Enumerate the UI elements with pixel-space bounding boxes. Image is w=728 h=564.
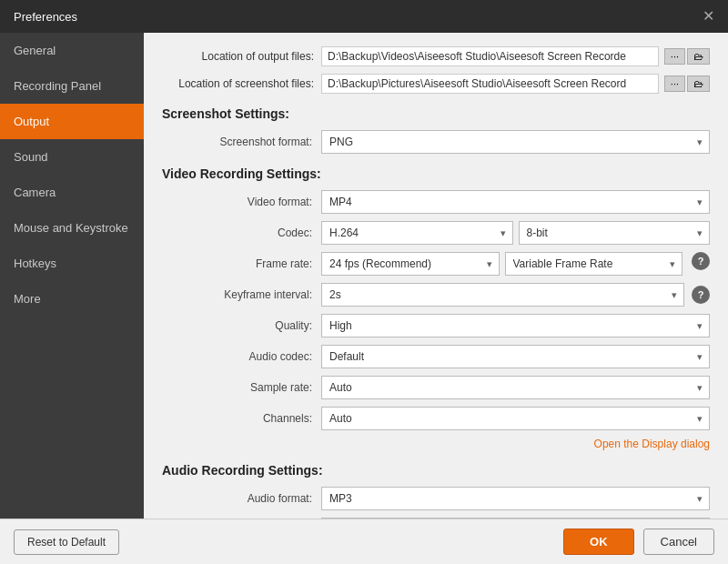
audio-codec-row: Audio codec: Default AAC bbox=[162, 345, 710, 368]
screenshot-format-select[interactable]: PNG JPG BMP bbox=[321, 130, 710, 154]
sidebar-item-more[interactable]: More bbox=[0, 281, 144, 317]
audio-codec2-row: Codec: Default bbox=[162, 518, 710, 519]
frame-rate-help-button[interactable]: ? bbox=[692, 252, 710, 270]
audio-codec2-select[interactable]: Default bbox=[321, 518, 710, 519]
channels-select-wrapper: Auto Mono Stereo bbox=[321, 407, 710, 430]
codec2-select[interactable]: 8-bit 10-bit bbox=[519, 221, 711, 245]
audio-codec-control: Default AAC bbox=[321, 345, 710, 368]
codec2-select-wrapper: 8-bit 10-bit bbox=[519, 221, 711, 245]
screenshot-location-value: D:\Backup\Pictures\Aiseesoft Studio\Aise… bbox=[321, 74, 659, 94]
video-format-label: Video format: bbox=[162, 196, 321, 208]
window-title: Preferences bbox=[14, 10, 77, 24]
output-location-value: D:\Backup\Videos\Aiseesoft Studio\Aisees… bbox=[321, 46, 659, 66]
keyframe-select[interactable]: 2s 3s 5s bbox=[321, 283, 684, 307]
quality-select-wrapper: High Medium Low bbox=[321, 314, 710, 337]
footer-right: OK Cancel bbox=[563, 529, 714, 555]
screenshot-location-row: Location of screenshot files: D:\Backup\… bbox=[162, 74, 710, 94]
audio-codec2-control: Default bbox=[321, 518, 710, 519]
audio-format-label: Audio format: bbox=[162, 492, 321, 505]
output-location-row: Location of output files: D:\Backup\Vide… bbox=[162, 46, 710, 66]
frame-rate2-select[interactable]: Variable Frame Rate Constant Frame Rate bbox=[505, 252, 683, 276]
codec-label: Codec: bbox=[162, 227, 321, 239]
codec-row: Codec: H.264 H.265 8-bit 10-bit bbox=[162, 221, 710, 245]
screenshot-format-select-wrapper: PNG JPG BMP bbox=[321, 130, 710, 154]
ok-button[interactable]: OK bbox=[563, 529, 634, 555]
audio-section-title: Audio Recording Settings: bbox=[162, 463, 710, 478]
quality-control: High Medium Low bbox=[321, 314, 710, 337]
keyframe-control: 2s 3s 5s ? bbox=[321, 283, 710, 307]
channels-control: Auto Mono Stereo bbox=[321, 407, 710, 430]
sidebar-item-camera[interactable]: Camera bbox=[0, 175, 144, 210]
frame-rate-select-wrapper: 24 fps (Recommend) 30 fps 60 fps bbox=[321, 252, 500, 276]
frame-rate-row: Frame rate: 24 fps (Recommend) 30 fps 60… bbox=[162, 252, 710, 276]
audio-format-control: MP3 AAC WAV bbox=[321, 487, 710, 510]
output-location-btn-group: ··· 🗁 bbox=[662, 48, 710, 65]
open-display-link[interactable]: Open the Display dialog bbox=[162, 438, 710, 450]
footer: Reset to Default OK Cancel bbox=[0, 519, 728, 564]
quality-row: Quality: High Medium Low bbox=[162, 314, 710, 337]
sidebar-item-output[interactable]: Output bbox=[0, 104, 144, 139]
video-format-select-wrapper: MP4 AVI MOV bbox=[321, 190, 710, 214]
codec-select-wrapper: H.264 H.265 bbox=[321, 221, 513, 245]
quality-select[interactable]: High Medium Low bbox=[321, 314, 710, 337]
video-format-row: Video format: MP4 AVI MOV bbox=[162, 190, 710, 214]
keyframe-select-wrapper: 2s 3s 5s bbox=[321, 283, 684, 307]
audio-codec-select-wrapper: Default AAC bbox=[321, 345, 710, 368]
frame-rate-double-select: 24 fps (Recommend) 30 fps 60 fps Variabl… bbox=[321, 252, 710, 276]
screenshot-format-label: Screenshot format: bbox=[162, 136, 321, 148]
sample-rate-row: Sample rate: Auto 44100 Hz 48000 Hz bbox=[162, 376, 710, 399]
screenshot-section-title: Screenshot Settings: bbox=[162, 106, 710, 121]
screenshot-location-btn-group: ··· 🗁 bbox=[662, 76, 710, 92]
audio-format-select[interactable]: MP3 AAC WAV bbox=[321, 487, 710, 510]
screenshot-dots-button[interactable]: ··· bbox=[664, 76, 685, 92]
sidebar-item-mouse-keystroke[interactable]: Mouse and Keystroke bbox=[0, 210, 144, 246]
video-format-control: MP4 AVI MOV bbox=[321, 190, 710, 214]
close-button[interactable]: ✕ bbox=[703, 9, 714, 24]
output-folder-button[interactable]: 🗁 bbox=[687, 48, 710, 65]
codec-double-select: H.264 H.265 8-bit 10-bit bbox=[321, 221, 710, 245]
video-format-select[interactable]: MP4 AVI MOV bbox=[321, 190, 710, 214]
sample-rate-select[interactable]: Auto 44100 Hz 48000 Hz bbox=[321, 376, 710, 399]
screenshot-location-label: Location of screenshot files: bbox=[162, 77, 321, 90]
codec-select[interactable]: H.264 H.265 bbox=[321, 221, 513, 245]
frame-rate-label: Frame rate: bbox=[162, 257, 321, 270]
screenshot-folder-button[interactable]: 🗁 bbox=[687, 76, 710, 92]
quality-label: Quality: bbox=[162, 319, 321, 332]
screenshot-format-row: Screenshot format: PNG JPG BMP bbox=[162, 130, 710, 154]
frame-rate2-select-wrapper: Variable Frame Rate Constant Frame Rate bbox=[505, 252, 683, 276]
audio-format-select-wrapper: MP3 AAC WAV bbox=[321, 487, 710, 510]
audio-codec-select[interactable]: Default AAC bbox=[321, 345, 710, 368]
sidebar-item-hotkeys[interactable]: Hotkeys bbox=[0, 246, 144, 281]
keyframe-row: Keyframe interval: 2s 3s 5s ? bbox=[162, 283, 710, 307]
channels-select[interactable]: Auto Mono Stereo bbox=[321, 407, 710, 430]
reset-button[interactable]: Reset to Default bbox=[14, 529, 119, 555]
output-location-label: Location of output files: bbox=[162, 50, 321, 63]
video-section-title: Video Recording Settings: bbox=[162, 166, 710, 181]
channels-row: Channels: Auto Mono Stereo bbox=[162, 407, 710, 430]
frame-rate-select[interactable]: 24 fps (Recommend) 30 fps 60 fps bbox=[321, 252, 500, 276]
cancel-button[interactable]: Cancel bbox=[643, 529, 714, 555]
screenshot-format-control: PNG JPG BMP bbox=[321, 130, 710, 154]
sidebar-item-sound[interactable]: Sound bbox=[0, 139, 144, 175]
sample-rate-select-wrapper: Auto 44100 Hz 48000 Hz bbox=[321, 376, 710, 399]
output-dots-button[interactable]: ··· bbox=[664, 48, 685, 65]
keyframe-help-button[interactable]: ? bbox=[692, 286, 710, 304]
audio-codec2-select-wrapper: Default bbox=[321, 518, 710, 519]
title-bar: Preferences ✕ bbox=[0, 0, 728, 33]
sidebar-item-general[interactable]: General bbox=[0, 33, 144, 68]
audio-format-row: Audio format: MP3 AAC WAV bbox=[162, 487, 710, 510]
channels-label: Channels: bbox=[162, 412, 321, 425]
keyframe-label: Keyframe interval: bbox=[162, 288, 321, 301]
main-panel: Location of output files: D:\Backup\Vide… bbox=[144, 33, 728, 519]
sidebar-item-recording-panel[interactable]: Recording Panel bbox=[0, 68, 144, 104]
sample-rate-label: Sample rate: bbox=[162, 381, 321, 394]
audio-codec-label: Audio codec: bbox=[162, 350, 321, 363]
sidebar: General Recording Panel Output Sound Cam… bbox=[0, 33, 144, 519]
sample-rate-control: Auto 44100 Hz 48000 Hz bbox=[321, 376, 710, 399]
